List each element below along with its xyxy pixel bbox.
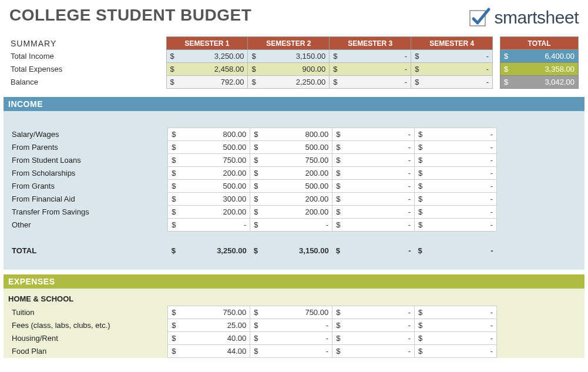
cell[interactable]: $3,150.00 bbox=[248, 50, 330, 63]
cell[interactable]: $- bbox=[330, 63, 411, 76]
cell: $3,250.00 bbox=[168, 244, 250, 257]
cell[interactable]: $- bbox=[332, 319, 415, 332]
cell[interactable]: $- bbox=[415, 345, 497, 358]
row-label: Fees (class, labs, clubs, etc.) bbox=[4, 319, 168, 332]
cell[interactable]: $3,250.00 bbox=[166, 50, 248, 63]
cell[interactable]: $750.00 bbox=[250, 153, 332, 166]
summary-total-table: TOTAL $6,400.00 $3,358.00 $3,042.00 bbox=[500, 36, 579, 89]
logo-text: smartsheet bbox=[495, 8, 579, 28]
row-label: Food Plan bbox=[4, 345, 168, 358]
cell[interactable]: $44.00 bbox=[168, 345, 250, 358]
cell[interactable]: $- bbox=[415, 218, 497, 231]
cell[interactable]: $- bbox=[415, 166, 497, 179]
cell[interactable]: $200.00 bbox=[250, 205, 332, 218]
row-label: Total Expenses bbox=[9, 63, 166, 76]
table-row: Food Plan$44.00$-$-$- bbox=[4, 345, 497, 358]
page-title: COLLEGE STUDENT BUDGET bbox=[9, 6, 251, 25]
summary-table: SUMMARY SEMESTER 1 SEMESTER 2 SEMESTER 3… bbox=[9, 36, 493, 89]
cell[interactable]: $750.00 bbox=[168, 306, 250, 319]
cell[interactable]: $800.00 bbox=[250, 128, 332, 140]
col-header-sem1: SEMESTER 1 bbox=[166, 37, 248, 50]
cell[interactable]: $500.00 bbox=[168, 179, 250, 192]
cell[interactable]: $- bbox=[168, 218, 250, 231]
cell[interactable]: $- bbox=[250, 218, 332, 231]
col-header-sem2: SEMESTER 2 bbox=[248, 37, 330, 50]
table-row: Fees (class, labs, clubs, etc.)$25.00$-$… bbox=[4, 319, 497, 332]
cell[interactable]: $40.00 bbox=[168, 332, 250, 345]
table-row: Transfer From Savings$200.00$200.00$-$- bbox=[4, 205, 497, 218]
cell[interactable]: $- bbox=[330, 76, 411, 89]
cell[interactable]: $750.00 bbox=[168, 153, 250, 166]
summary-row-balance: Balance $792.00 $2,250.00 $- $- bbox=[9, 76, 493, 89]
cell[interactable]: $- bbox=[250, 345, 332, 358]
row-label: From Scholarships bbox=[4, 166, 168, 179]
table-row: From Financial Aid$300.00$200.00$-$- bbox=[4, 192, 497, 205]
col-header-sem4: SEMESTER 4 bbox=[411, 37, 493, 50]
cell[interactable]: $- bbox=[330, 50, 411, 63]
income-total-row: TOTAL$3,250.00$3,150.00$-$- bbox=[4, 244, 497, 257]
cell[interactable]: $200.00 bbox=[168, 205, 250, 218]
cell: $- bbox=[415, 244, 497, 257]
cell[interactable]: $- bbox=[332, 166, 415, 179]
cell[interactable]: $- bbox=[332, 332, 415, 345]
cell[interactable]: $900.00 bbox=[248, 63, 330, 76]
summary-row-income: Total Income $3,250.00 $3,150.00 $- $- bbox=[9, 50, 493, 63]
expense-banner: EXPENSES bbox=[4, 274, 584, 289]
cell[interactable]: $200.00 bbox=[168, 166, 250, 179]
row-label: From Grants bbox=[4, 179, 168, 192]
table-row: Tuition$750.00$750.00$-$- bbox=[4, 306, 497, 319]
cell[interactable]: $500.00 bbox=[250, 140, 332, 153]
cell[interactable]: $- bbox=[415, 319, 497, 332]
cell[interactable]: $- bbox=[415, 192, 497, 205]
cell[interactable]: $2,458.00 bbox=[166, 63, 248, 76]
table-row: Salary/Wages$800.00$800.00$-$- bbox=[4, 128, 497, 140]
table-row: From Parents$500.00$500.00$-$- bbox=[4, 140, 497, 153]
cell[interactable]: $- bbox=[250, 319, 332, 332]
cell[interactable]: $- bbox=[411, 50, 493, 63]
row-label: Housing/Rent bbox=[4, 332, 168, 345]
income-table: Salary/Wages$800.00$800.00$-$-From Paren… bbox=[4, 115, 497, 270]
cell[interactable]: $- bbox=[415, 179, 497, 192]
cell[interactable]: $- bbox=[332, 218, 415, 231]
cell[interactable]: $792.00 bbox=[166, 76, 248, 89]
income-banner: INCOME bbox=[4, 97, 584, 111]
cell[interactable]: $- bbox=[415, 332, 497, 345]
expense-subhead: HOME & SCHOOL bbox=[4, 292, 584, 306]
cell[interactable]: $- bbox=[415, 153, 497, 166]
table-row: From Grants$500.00$500.00$-$- bbox=[4, 179, 497, 192]
row-label: From Financial Aid bbox=[4, 192, 168, 205]
cell[interactable]: $2,250.00 bbox=[248, 76, 330, 89]
cell[interactable]: $- bbox=[332, 179, 415, 192]
row-label: Other bbox=[4, 218, 168, 231]
cell[interactable]: $- bbox=[332, 192, 415, 205]
cell: $3,150.00 bbox=[250, 244, 332, 257]
cell[interactable]: $300.00 bbox=[168, 192, 250, 205]
cell[interactable]: $- bbox=[415, 205, 497, 218]
cell[interactable]: $- bbox=[332, 140, 415, 153]
cell[interactable]: $200.00 bbox=[250, 192, 332, 205]
cell[interactable]: $- bbox=[411, 76, 493, 89]
cell[interactable]: $- bbox=[411, 63, 493, 76]
cell[interactable]: $- bbox=[332, 205, 415, 218]
total-label: TOTAL bbox=[4, 244, 168, 257]
cell[interactable]: $- bbox=[415, 306, 497, 319]
table-row: From Student Loans$750.00$750.00$-$- bbox=[4, 153, 497, 166]
cell[interactable]: $25.00 bbox=[168, 319, 250, 332]
cell[interactable]: $- bbox=[332, 306, 415, 319]
cell[interactable]: $- bbox=[332, 128, 415, 140]
checkmark-icon bbox=[468, 6, 491, 29]
cell[interactable]: $- bbox=[250, 332, 332, 345]
expense-table: Tuition$750.00$750.00$-$-Fees (class, la… bbox=[4, 306, 497, 358]
cell[interactable]: $- bbox=[332, 345, 415, 358]
cell[interactable]: $- bbox=[415, 140, 497, 153]
cell: $- bbox=[332, 244, 415, 257]
cell[interactable]: $800.00 bbox=[168, 128, 250, 140]
row-label: From Student Loans bbox=[4, 153, 168, 166]
cell[interactable]: $- bbox=[415, 128, 497, 140]
cell[interactable]: $- bbox=[332, 153, 415, 166]
cell[interactable]: $200.00 bbox=[250, 166, 332, 179]
cell[interactable]: $750.00 bbox=[250, 306, 332, 319]
cell[interactable]: $500.00 bbox=[168, 140, 250, 153]
cell[interactable]: $500.00 bbox=[250, 179, 332, 192]
row-label: Tuition bbox=[4, 306, 168, 319]
